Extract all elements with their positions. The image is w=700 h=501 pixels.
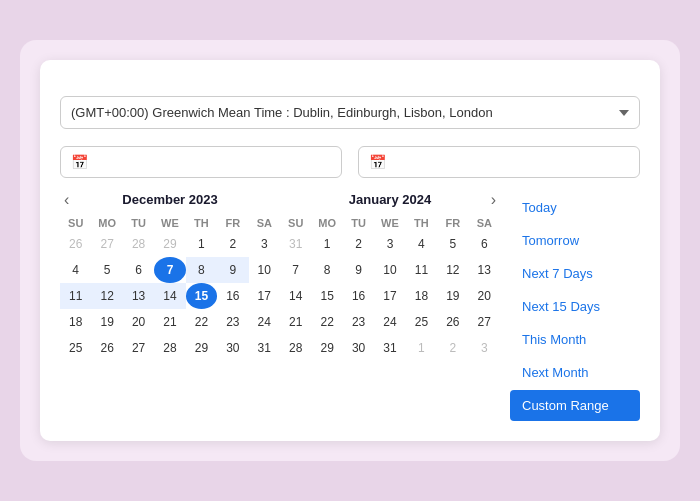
calendar-day[interactable]: 5 bbox=[91, 257, 122, 283]
calendar-day[interactable]: 11 bbox=[406, 257, 437, 283]
calendar-day[interactable]: 18 bbox=[406, 283, 437, 309]
calendar-day[interactable]: 25 bbox=[406, 309, 437, 335]
day-header-su: SU bbox=[280, 215, 311, 231]
calendar-day[interactable]: 14 bbox=[280, 283, 311, 309]
calendar-day[interactable]: 9 bbox=[217, 257, 248, 283]
calendar-day[interactable]: 4 bbox=[60, 257, 91, 283]
calendar-day[interactable]: 10 bbox=[374, 257, 405, 283]
calendar-day[interactable]: 20 bbox=[123, 309, 154, 335]
calendar-day[interactable]: 27 bbox=[469, 309, 500, 335]
from-field: 📅 bbox=[60, 141, 342, 178]
calendar-day[interactable]: 9 bbox=[343, 257, 374, 283]
january-header: January 2024 › bbox=[280, 192, 500, 207]
calendar-day[interactable]: 2 bbox=[217, 231, 248, 257]
calendar-day[interactable]: 5 bbox=[437, 231, 468, 257]
calendar-day[interactable]: 1 bbox=[406, 335, 437, 361]
calendar-day[interactable]: 23 bbox=[343, 309, 374, 335]
day-header-th: TH bbox=[406, 215, 437, 231]
quick-select-next-7-days[interactable]: Next 7 Days bbox=[510, 258, 640, 289]
january-title: January 2024 bbox=[349, 192, 431, 207]
calendar-day[interactable]: 13 bbox=[469, 257, 500, 283]
calendar-day[interactable]: 11 bbox=[60, 283, 91, 309]
calendar-day[interactable]: 10 bbox=[249, 257, 280, 283]
calendar-day[interactable]: 6 bbox=[469, 231, 500, 257]
calendar-day[interactable]: 17 bbox=[249, 283, 280, 309]
calendar-day[interactable]: 30 bbox=[217, 335, 248, 361]
calendar-day[interactable]: 31 bbox=[374, 335, 405, 361]
quick-select-this-month[interactable]: This Month bbox=[510, 324, 640, 355]
day-header-fr: FR bbox=[217, 215, 248, 231]
calendar-day[interactable]: 26 bbox=[60, 231, 91, 257]
modal: (GMT+00:00) Greenwich Mean Time : Dublin… bbox=[40, 60, 660, 441]
calendar-day[interactable]: 1 bbox=[186, 231, 217, 257]
day-header-fr: FR bbox=[437, 215, 468, 231]
to-input[interactable]: 📅 bbox=[358, 146, 640, 178]
calendar-day[interactable]: 22 bbox=[311, 309, 342, 335]
calendar-day[interactable]: 27 bbox=[91, 231, 122, 257]
calendar-day[interactable]: 14 bbox=[154, 283, 185, 309]
calendar-day[interactable]: 24 bbox=[249, 309, 280, 335]
calendar-day[interactable]: 6 bbox=[123, 257, 154, 283]
quick-select-next-15-days[interactable]: Next 15 Days bbox=[510, 291, 640, 322]
day-header-tu: TU bbox=[123, 215, 154, 231]
calendar-day[interactable]: 24 bbox=[374, 309, 405, 335]
calendar-day[interactable]: 15 bbox=[186, 283, 217, 309]
next-month-button[interactable]: › bbox=[487, 191, 500, 209]
calendar-day[interactable]: 27 bbox=[123, 335, 154, 361]
calendar-day[interactable]: 7 bbox=[154, 257, 185, 283]
quick-select-custom-range[interactable]: Custom Range bbox=[510, 390, 640, 421]
calendar-day[interactable]: 1 bbox=[311, 231, 342, 257]
calendar-day[interactable]: 15 bbox=[311, 283, 342, 309]
calendar-day[interactable]: 25 bbox=[60, 335, 91, 361]
calendar-day[interactable]: 3 bbox=[374, 231, 405, 257]
calendar-day[interactable]: 12 bbox=[437, 257, 468, 283]
calendar-day[interactable]: 3 bbox=[469, 335, 500, 361]
calendar-day[interactable]: 21 bbox=[280, 309, 311, 335]
calendar-day[interactable]: 2 bbox=[343, 231, 374, 257]
prev-month-button[interactable]: ‹ bbox=[60, 191, 73, 209]
calendar-day[interactable]: 8 bbox=[311, 257, 342, 283]
calendar-day[interactable]: 29 bbox=[311, 335, 342, 361]
calendar-day[interactable]: 12 bbox=[91, 283, 122, 309]
quick-select-next-month[interactable]: Next Month bbox=[510, 357, 640, 388]
calendar-day[interactable]: 19 bbox=[437, 283, 468, 309]
modal-wrapper: (GMT+00:00) Greenwich Mean Time : Dublin… bbox=[20, 40, 680, 461]
calendar-january: January 2024 › SU MO TU WE TH FR bbox=[280, 192, 500, 421]
from-input[interactable]: 📅 bbox=[60, 146, 342, 178]
calendar-day[interactable]: 4 bbox=[406, 231, 437, 257]
day-header-sa: SA bbox=[469, 215, 500, 231]
calendar-day[interactable]: 22 bbox=[186, 309, 217, 335]
timezone-select[interactable]: (GMT+00:00) Greenwich Mean Time : Dublin… bbox=[60, 96, 640, 129]
calendar-day[interactable]: 18 bbox=[60, 309, 91, 335]
calendar-day[interactable]: 26 bbox=[437, 309, 468, 335]
calendar-day[interactable]: 7 bbox=[280, 257, 311, 283]
calendar-day[interactable]: 16 bbox=[343, 283, 374, 309]
calendar-day[interactable]: 23 bbox=[217, 309, 248, 335]
calendar-day[interactable]: 8 bbox=[186, 257, 217, 283]
calendar-day[interactable]: 19 bbox=[91, 309, 122, 335]
calendar-day[interactable]: 28 bbox=[123, 231, 154, 257]
calendar-day[interactable]: 21 bbox=[154, 309, 185, 335]
calendar-day[interactable]: 3 bbox=[249, 231, 280, 257]
calendar-day[interactable]: 29 bbox=[154, 231, 185, 257]
calendar-day[interactable]: 17 bbox=[374, 283, 405, 309]
calendar-day[interactable]: 28 bbox=[154, 335, 185, 361]
calendar-day[interactable]: 28 bbox=[280, 335, 311, 361]
december-header: ‹ December 2023 bbox=[60, 192, 280, 207]
december-grid: SU MO TU WE TH FR SA 2627282912345678910… bbox=[60, 215, 280, 361]
calendar-day[interactable]: 2 bbox=[437, 335, 468, 361]
quick-select-today[interactable]: Today bbox=[510, 192, 640, 223]
calendar-day[interactable]: 30 bbox=[343, 335, 374, 361]
calendar-day[interactable]: 20 bbox=[469, 283, 500, 309]
calendar-day[interactable]: 13 bbox=[123, 283, 154, 309]
quick-select-panel: TodayTomorrowNext 7 DaysNext 15 DaysThis… bbox=[510, 192, 640, 421]
calendar-day[interactable]: 31 bbox=[249, 335, 280, 361]
day-header-su: SU bbox=[60, 215, 91, 231]
calendar-icon-to: 📅 bbox=[369, 154, 386, 170]
calendar-day[interactable]: 29 bbox=[186, 335, 217, 361]
calendar-day[interactable]: 16 bbox=[217, 283, 248, 309]
to-field: 📅 bbox=[358, 141, 640, 178]
quick-select-tomorrow[interactable]: Tomorrow bbox=[510, 225, 640, 256]
calendar-day[interactable]: 26 bbox=[91, 335, 122, 361]
calendar-day[interactable]: 31 bbox=[280, 231, 311, 257]
